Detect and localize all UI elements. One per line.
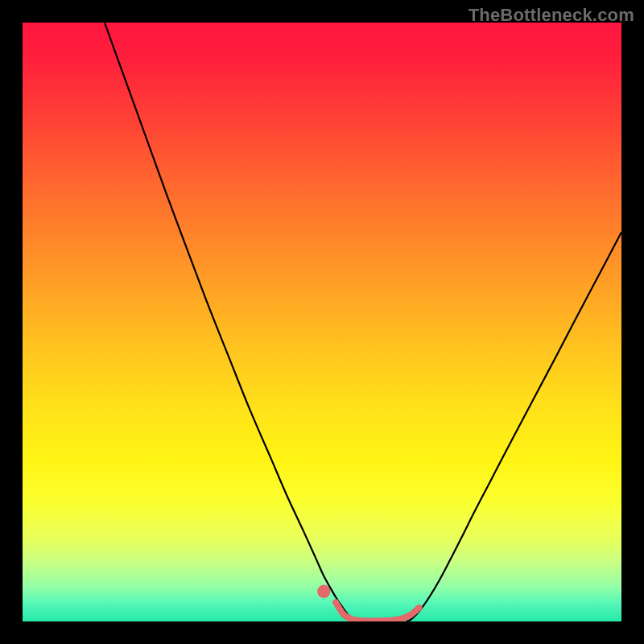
curve-layer — [23, 23, 621, 621]
plot-area — [23, 23, 621, 621]
chart-frame: TheBottleneck.com — [0, 0, 644, 644]
watermark-text: TheBottleneck.com — [469, 5, 634, 26]
left-curve-path — [105, 23, 357, 621]
right-curve-path — [407, 232, 621, 621]
valley-floor-path — [336, 602, 419, 621]
valley-dot-marker — [317, 585, 330, 598]
